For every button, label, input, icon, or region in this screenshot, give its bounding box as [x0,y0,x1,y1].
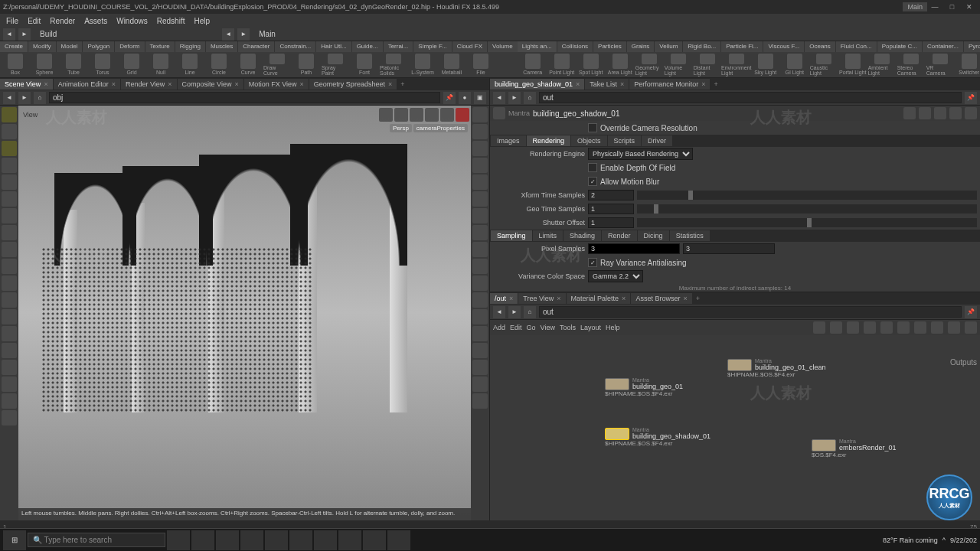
lasso-tool-icon[interactable] [2,124,17,139]
weather-widget[interactable]: 82°F Rain coming [883,536,938,544]
shelf-tool[interactable]: Draw Curve [263,54,291,76]
shelf-tab[interactable]: Collisions [557,41,593,52]
display-opt4-icon[interactable] [472,158,488,173]
node-building-geo-01[interactable]: Mantrabuilding_geo_01 $HIPNAME.$OS.$F4.e… [605,377,683,397]
add-tab-icon[interactable]: + [693,293,703,304]
path-fwd-icon[interactable]: ► [18,92,31,104]
shelf-tool[interactable]: Box [2,54,29,76]
rayvar-checkbox[interactable]: ✓ [588,258,597,267]
left-path-input[interactable] [49,92,440,103]
display-opt1-icon[interactable] [472,107,488,122]
taskbar-app5[interactable] [265,530,288,550]
shelf-tool[interactable]: Null [147,54,175,76]
xform-input[interactable] [588,190,634,201]
shelf-tab[interactable]: Muscles [206,41,237,52]
shelf-tab[interactable]: Rigid Bo... [683,41,720,52]
node-name-label[interactable]: building_geo_shadow_01 [533,109,619,118]
help2-icon[interactable] [965,321,977,334]
shelf-tab[interactable]: Deform [115,41,144,52]
close-icon[interactable]: ✕ [962,3,977,11]
display-opt18-icon[interactable] [472,393,488,409]
taskbar-app6[interactable] [289,530,312,550]
taskbar-app10[interactable] [387,530,410,550]
param-fwd-icon[interactable]: ► [508,92,521,104]
net-tools[interactable]: Tools [560,324,576,331]
menu-assets[interactable]: Assets [81,17,110,25]
shelf-tool[interactable]: Spot Light [577,54,605,76]
arrow3-icon[interactable] [410,108,423,122]
system-tray[interactable]: 82°F Rain coming ^ 9/22/202 [883,536,977,544]
taskbar-app2[interactable] [191,530,214,550]
pane-tab[interactable]: Render View× [121,79,177,90]
shelf-tool[interactable]: Stereo Camera [897,54,925,76]
add-tab-icon[interactable]: + [710,79,720,90]
taskbar-app7[interactable] [314,530,337,550]
pane-tab[interactable]: Geometry Spreadsheet× [309,79,397,90]
shelf-tab[interactable]: Oceans [805,41,835,52]
shelf-tool[interactable]: Sphere [31,54,58,76]
image-icon[interactable] [914,321,926,334]
sub-tab[interactable]: Images [491,135,526,146]
shelf-tool[interactable]: Area Light [606,54,634,76]
net-layout[interactable]: Layout [580,324,601,331]
pane-tab[interactable]: Animation Editor× [54,79,120,90]
tray-up-icon[interactable]: ^ [942,536,946,544]
shelf-tool[interactable]: Switcher [956,54,980,76]
net-help[interactable]: Help [606,324,620,331]
sub-tab[interactable]: Driver [642,135,672,146]
scale-tool-icon[interactable] [2,225,17,240]
pane-tab[interactable]: building_geo_shadow_01× [490,79,584,90]
snap-grid-icon[interactable] [2,259,17,274]
shelf-tool[interactable]: Camera [519,54,547,76]
wrench-icon[interactable] [813,321,825,334]
shelf-tool[interactable]: L-System [409,54,436,76]
shelf-tool[interactable]: VR Camera [926,54,954,76]
list-icon[interactable] [830,321,842,334]
inspect-icon[interactable] [2,377,17,392]
shutter-slider[interactable] [637,218,977,227]
grid2-icon[interactable] [864,321,876,334]
shelf-tab[interactable]: Lights an... [518,41,557,52]
node-building-geo-01-clean[interactable]: Mantrabuilding_geo_01_clean $HIPNAME.$OS… [727,358,826,378]
start-button[interactable]: ⊞ [3,530,26,550]
display-opt5-icon[interactable] [472,174,488,190]
info-icon[interactable] [949,107,962,119]
shelf-tool[interactable]: Platonic Solids [380,54,407,76]
sub-tab[interactable]: Dicing [638,230,669,241]
shelf-tool[interactable]: Metaball [438,54,466,76]
shelf-tab[interactable]: Rigging [175,41,205,52]
shelf-tool[interactable]: Spray Paint [322,54,349,76]
shelf-tool[interactable]: GI Light [781,54,808,76]
sub-tab[interactable]: Rendering [527,135,571,146]
shelf-tool[interactable]: Torus [89,54,116,76]
select-tool-icon[interactable] [2,107,17,122]
desktop-label[interactable]: Build [34,30,63,38]
nav-fwd2-icon[interactable]: ► [237,28,250,41]
cube-icon[interactable]: ▣ [474,92,486,104]
render-icon[interactable] [2,410,17,425]
shelf-tool[interactable]: Path [292,54,320,76]
display-opt7-icon[interactable] [472,208,488,223]
shutter-input[interactable] [588,217,634,228]
shelf-tool[interactable]: Environment Light [723,54,750,76]
xform-slider[interactable] [637,191,977,200]
net-pin-icon[interactable]: 📌 [965,306,977,318]
shelf-tool[interactable]: Portal Light [839,54,867,76]
shelf-tab[interactable]: Constrain... [275,41,315,52]
shelf-tool[interactable]: Tube [60,54,87,76]
display-opt3-icon[interactable] [472,141,488,156]
menu-redshift[interactable]: Redshift [154,17,188,25]
taskbar-app9[interactable] [363,530,386,550]
taskbar-app4[interactable] [240,530,263,550]
shelf-tool[interactable]: Point Light [548,54,576,76]
menu-windows[interactable]: Windows [113,17,151,25]
shelf-tool[interactable]: Volume Light [665,54,692,76]
shelf-tab[interactable]: Terrai... [384,41,413,52]
pane-tab[interactable]: /out× [490,293,518,304]
pane-tab[interactable]: Material Palette× [567,293,631,304]
brush-tool-icon[interactable] [2,141,17,156]
sub-tab[interactable]: Render [602,230,637,241]
viewport[interactable]: View Persp cameraProperties [18,106,471,520]
shelf-tool[interactable]: Line [176,54,204,76]
sub-tab[interactable]: Scripts [608,135,642,146]
